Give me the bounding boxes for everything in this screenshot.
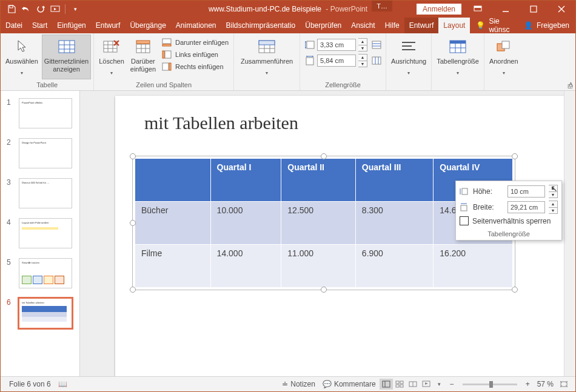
handle-w[interactable] (130, 220, 136, 226)
tab-uebergaenge[interactable]: Übergänge (125, 18, 170, 33)
fit-window-icon[interactable] (557, 379, 571, 390)
handle-s[interactable] (321, 287, 327, 293)
checkbox-unchecked[interactable] (460, 216, 469, 225)
delete-button[interactable]: Löschen ▾ (96, 35, 127, 79)
tab-bildschirm[interactable]: Bildschirmpräsentatio (221, 18, 301, 33)
insert-left-button[interactable]: Links einfügen (159, 49, 231, 60)
slide-counter[interactable]: Folie 6 von 6 (5, 380, 55, 388)
col-width-spinner[interactable]: ▲▼ (358, 54, 367, 67)
insert-above-button[interactable]: Darüber einfügen (128, 35, 158, 79)
ribbon-tabs: Datei Start Einfügen Entwurf Übergänge A… (1, 18, 575, 33)
handle-sw[interactable] (130, 287, 136, 293)
width-spinner[interactable]: ▲▼ (549, 201, 558, 214)
insert-small-buttons: Darunter einfügen Links einfügen Rechts … (159, 35, 231, 72)
thumbnail-2[interactable]: 2Design für PowerPoint (1, 137, 79, 177)
arrange-label: Anordnen (489, 58, 518, 65)
tab-ueberpruefen[interactable]: Überprüfen (300, 18, 346, 33)
slideshow-icon[interactable] (49, 3, 61, 15)
spin-up-icon[interactable]: ▲ (358, 39, 367, 45)
reading-view-icon[interactable] (406, 379, 420, 390)
undo-icon[interactable] (20, 3, 32, 15)
slideshow-view-icon[interactable] (420, 379, 433, 390)
tab-start[interactable]: Start (27, 18, 52, 33)
select-button[interactable]: Auswählen ▾ (3, 35, 41, 79)
save-icon[interactable] (5, 3, 18, 15)
redo-icon[interactable] (35, 3, 47, 15)
svg-rect-58 (400, 385, 403, 387)
tab-table-layout[interactable]: Layout (438, 18, 470, 33)
tell-me[interactable]: 💡Sie wünsc (470, 18, 518, 33)
height-icon (460, 187, 469, 196)
login-button[interactable]: Anmelden (417, 4, 461, 15)
collapse-ribbon-icon[interactable]: ᐱ (569, 81, 573, 88)
arrange-icon (496, 37, 512, 56)
tab-entwurf[interactable]: Entwurf (91, 18, 126, 33)
spin-up-icon[interactable]: ▲ (358, 55, 367, 61)
thumbnail-4[interactable]: 4Layout oder Folie ändern (1, 217, 79, 257)
notes-button[interactable]: ≐Notizen (278, 380, 319, 388)
svg-rect-50 (502, 41, 509, 48)
insert-right-icon (162, 62, 172, 71)
tab-ansicht[interactable]: Ansicht (346, 18, 380, 33)
tab-hilfe[interactable]: Hilfe (380, 18, 404, 33)
insert-below-button[interactable]: Darunter einfügen (159, 37, 231, 48)
minimize-icon[interactable] (492, 1, 520, 18)
height-input[interactable]: 10 cm (507, 185, 545, 198)
qat-customize-icon[interactable]: ▾ (69, 3, 81, 15)
tab-einfuegen[interactable]: Einfügen (52, 18, 90, 33)
row-height-icon (305, 40, 315, 50)
spin-up-icon[interactable]: ▲ (549, 185, 557, 192)
arrange-button[interactable]: Anordnen ▾ (487, 35, 521, 79)
chevron-down-icon[interactable]: ▾ (433, 379, 446, 390)
spin-down-icon[interactable]: ▼ (358, 61, 367, 67)
distribute-rows-button[interactable] (370, 38, 383, 51)
insert-right-button[interactable]: Rechts einfügen (159, 61, 231, 72)
distribute-cols-button[interactable] (370, 54, 383, 67)
gridlines-button[interactable]: Gitternetzlinien anzeigen (42, 35, 91, 79)
sorter-view-icon[interactable] (393, 379, 406, 390)
lock-aspect-row[interactable]: Seitenverhältnis sperren (460, 216, 558, 225)
col-width-input[interactable]: 5,84 cm (317, 55, 356, 67)
close-icon[interactable] (548, 1, 575, 18)
thumbnail-3[interactable]: 3Director 500 Schritt für … (1, 177, 79, 217)
tab-table-entwurf[interactable]: Entwurf (404, 18, 439, 33)
normal-view-icon[interactable] (380, 379, 393, 390)
handle-n[interactable] (321, 153, 327, 159)
thumbnail-1[interactable]: 1PowerPoint effektiv (1, 97, 79, 137)
vertical-scrollbar[interactable] (564, 91, 575, 376)
thumbnail-5[interactable]: 5SmartArt nutzen (1, 257, 79, 297)
spellcheck-icon[interactable]: 📖 (55, 380, 71, 388)
maximize-icon[interactable] (520, 1, 548, 18)
table-size-button[interactable]: Tabellengröße ▾ (434, 35, 481, 79)
merge-button[interactable]: Zusammenführen ▾ (236, 35, 297, 79)
width-input[interactable]: 29,21 cm (507, 201, 545, 213)
zoom-out-button[interactable]: − (446, 380, 458, 388)
insert-below-label: Darunter einfügen (175, 39, 229, 46)
group-tabelle: Auswählen ▾ Gitternetzlinien anzeigen Ta… (1, 33, 94, 90)
alignment-button[interactable]: Ausrichtung ▾ (389, 35, 429, 79)
handle-se[interactable] (512, 287, 518, 293)
comments-button[interactable]: 💬Kommentare (319, 380, 380, 388)
spin-down-icon[interactable]: ▼ (549, 192, 557, 198)
row-height-input[interactable]: 3,33 cm (317, 39, 356, 51)
ribbon-display-icon[interactable] (464, 1, 492, 18)
thumbnail-6[interactable]: 6mit Tabellen arbeiten (1, 297, 79, 337)
zoom-level[interactable]: 57 % (534, 380, 557, 388)
tab-datei[interactable]: Datei (1, 18, 27, 33)
handle-nw[interactable] (130, 153, 136, 159)
handle-ne[interactable] (512, 153, 518, 159)
tab-animationen[interactable]: Animationen (171, 18, 221, 33)
spin-down-icon[interactable]: ▼ (358, 45, 367, 51)
spin-down-icon[interactable]: ▼ (549, 208, 557, 214)
chevron-down-icon: ▾ (266, 69, 268, 77)
row-height-spinner[interactable]: ▲▼ (358, 38, 367, 51)
spin-up-icon[interactable]: ▲ (549, 201, 557, 208)
zoom-in-button[interactable]: + (522, 380, 534, 388)
zoom-handle[interactable] (489, 381, 493, 388)
slide-thumbnails: 1PowerPoint effektiv 2Design für PowerPo… (1, 91, 80, 376)
zoom-slider[interactable] (463, 384, 517, 385)
share-button[interactable]: 👤Freigeben (518, 18, 575, 33)
insert-right-label: Rechts einfügen (175, 63, 224, 70)
height-spinner[interactable]: ▲▼ (549, 185, 558, 198)
thumb-number: 6 (7, 298, 14, 328)
